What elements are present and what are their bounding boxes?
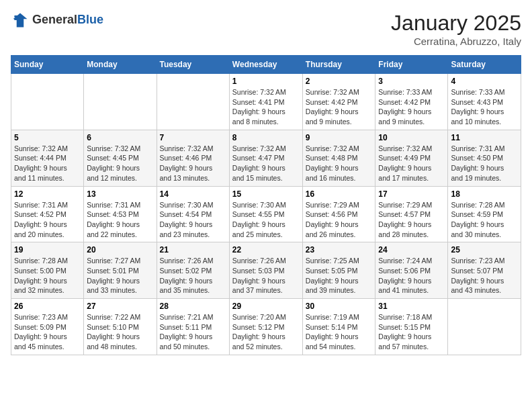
day-detail: Sunrise: 7:28 AM Sunset: 5:00 PM Dayligh…	[14, 256, 81, 295]
day-number: 29	[232, 302, 300, 311]
calendar-cell: 26Sunrise: 7:23 AM Sunset: 5:09 PM Dayli…	[11, 299, 84, 355]
day-number: 11	[451, 133, 518, 142]
svg-rect-3	[14, 18, 20, 20]
day-number: 15	[232, 189, 300, 199]
day-number: 6	[87, 133, 153, 142]
calendar-cell: 22Sunrise: 7:26 AM Sunset: 5:03 PM Dayli…	[229, 242, 302, 299]
day-number: 14	[160, 189, 226, 199]
day-detail: Sunrise: 7:22 AM Sunset: 5:10 PM Dayligh…	[87, 312, 153, 352]
weekday-header-saturday: Saturday	[448, 56, 521, 74]
day-number: 12	[14, 189, 81, 199]
day-number: 23	[306, 245, 373, 255]
calendar-cell: 19Sunrise: 7:28 AM Sunset: 5:00 PM Dayli…	[11, 242, 84, 299]
day-detail: Sunrise: 7:18 AM Sunset: 5:15 PM Dayligh…	[378, 312, 445, 352]
day-detail: Sunrise: 7:31 AM Sunset: 4:50 PM Dayligh…	[451, 144, 518, 183]
day-detail: Sunrise: 7:31 AM Sunset: 4:52 PM Dayligh…	[14, 200, 81, 240]
day-detail: Sunrise: 7:24 AM Sunset: 5:06 PM Dayligh…	[378, 256, 445, 295]
logo-text: GeneralBlue	[32, 13, 103, 27]
day-detail: Sunrise: 7:32 AM Sunset: 4:49 PM Dayligh…	[378, 144, 445, 183]
calendar-body: 1Sunrise: 7:32 AM Sunset: 4:41 PM Daylig…	[11, 74, 521, 355]
day-number: 3	[378, 77, 445, 86]
day-number: 10	[378, 133, 445, 142]
calendar-cell: 28Sunrise: 7:21 AM Sunset: 5:11 PM Dayli…	[157, 299, 229, 355]
day-detail: Sunrise: 7:33 AM Sunset: 4:43 PM Dayligh…	[451, 87, 518, 127]
day-detail: Sunrise: 7:32 AM Sunset: 4:45 PM Dayligh…	[87, 144, 153, 183]
calendar-cell: 1Sunrise: 7:32 AM Sunset: 4:41 PM Daylig…	[229, 74, 302, 130]
title-block: January 2025 Cerratina, Abruzzo, Italy	[391, 11, 521, 47]
weekday-header-wednesday: Wednesday	[229, 56, 302, 74]
weekday-header-row: SundayMondayTuesdayWednesdayThursdayFrid…	[11, 56, 521, 74]
day-detail: Sunrise: 7:26 AM Sunset: 5:02 PM Dayligh…	[160, 256, 226, 295]
day-detail: Sunrise: 7:27 AM Sunset: 5:01 PM Dayligh…	[87, 256, 153, 295]
day-detail: Sunrise: 7:23 AM Sunset: 5:07 PM Dayligh…	[451, 256, 518, 295]
page-header: GeneralBlue January 2025 Cerratina, Abru…	[11, 11, 521, 47]
calendar-cell: 14Sunrise: 7:30 AM Sunset: 4:54 PM Dayli…	[157, 186, 229, 242]
calendar-cell	[84, 74, 157, 130]
calendar-cell	[11, 74, 84, 130]
day-number: 7	[160, 133, 226, 142]
calendar-cell: 11Sunrise: 7:31 AM Sunset: 4:50 PM Dayli…	[448, 130, 521, 186]
day-detail: Sunrise: 7:25 AM Sunset: 5:05 PM Dayligh…	[306, 256, 373, 295]
calendar-cell	[157, 74, 229, 130]
day-detail: Sunrise: 7:30 AM Sunset: 4:55 PM Dayligh…	[232, 200, 300, 240]
day-detail: Sunrise: 7:32 AM Sunset: 4:48 PM Dayligh…	[306, 144, 373, 183]
calendar-cell: 9Sunrise: 7:32 AM Sunset: 4:48 PM Daylig…	[302, 130, 375, 186]
calendar-cell: 17Sunrise: 7:29 AM Sunset: 4:57 PM Dayli…	[375, 186, 448, 242]
calendar-cell: 13Sunrise: 7:31 AM Sunset: 4:53 PM Dayli…	[84, 186, 157, 242]
location: Cerratina, Abruzzo, Italy	[391, 36, 521, 47]
calendar-cell: 12Sunrise: 7:31 AM Sunset: 4:52 PM Dayli…	[11, 186, 84, 242]
calendar-cell: 2Sunrise: 7:32 AM Sunset: 4:42 PM Daylig…	[302, 74, 375, 130]
day-detail: Sunrise: 7:29 AM Sunset: 4:57 PM Dayligh…	[378, 200, 445, 240]
calendar-cell: 25Sunrise: 7:23 AM Sunset: 5:07 PM Dayli…	[448, 242, 521, 299]
calendar-cell: 3Sunrise: 7:33 AM Sunset: 4:42 PM Daylig…	[375, 74, 448, 130]
day-number: 24	[378, 245, 445, 255]
logo-general: General	[32, 13, 77, 26]
day-number: 25	[451, 245, 518, 255]
day-number: 18	[451, 189, 518, 199]
day-number: 31	[378, 302, 445, 311]
logo: GeneralBlue	[11, 11, 103, 30]
calendar-cell: 15Sunrise: 7:30 AM Sunset: 4:55 PM Dayli…	[229, 186, 302, 242]
svg-rect-2	[14, 15, 22, 17]
day-number: 9	[306, 133, 373, 142]
calendar-header: SundayMondayTuesdayWednesdayThursdayFrid…	[11, 56, 521, 74]
calendar-cell: 27Sunrise: 7:22 AM Sunset: 5:10 PM Dayli…	[84, 299, 157, 355]
day-number: 13	[87, 189, 153, 199]
calendar-cell	[448, 299, 521, 355]
day-number: 8	[232, 133, 300, 142]
day-number: 4	[451, 77, 518, 86]
calendar-cell: 29Sunrise: 7:20 AM Sunset: 5:12 PM Dayli…	[229, 299, 302, 355]
day-detail: Sunrise: 7:32 AM Sunset: 4:44 PM Dayligh…	[14, 144, 81, 183]
calendar-cell: 24Sunrise: 7:24 AM Sunset: 5:06 PM Dayli…	[375, 242, 448, 299]
day-detail: Sunrise: 7:32 AM Sunset: 4:42 PM Dayligh…	[306, 87, 373, 127]
calendar-cell: 10Sunrise: 7:32 AM Sunset: 4:49 PM Dayli…	[375, 130, 448, 186]
day-number: 19	[14, 245, 81, 255]
calendar-week-4: 19Sunrise: 7:28 AM Sunset: 5:00 PM Dayli…	[11, 242, 521, 299]
day-number: 2	[306, 77, 373, 86]
calendar-cell: 23Sunrise: 7:25 AM Sunset: 5:05 PM Dayli…	[302, 242, 375, 299]
day-number: 30	[306, 302, 373, 311]
day-number: 20	[87, 245, 153, 255]
calendar-cell: 20Sunrise: 7:27 AM Sunset: 5:01 PM Dayli…	[84, 242, 157, 299]
weekday-header-monday: Monday	[84, 56, 157, 74]
calendar-week-5: 26Sunrise: 7:23 AM Sunset: 5:09 PM Dayli…	[11, 299, 521, 355]
calendar-cell: 8Sunrise: 7:32 AM Sunset: 4:47 PM Daylig…	[229, 130, 302, 186]
weekday-header-friday: Friday	[375, 56, 448, 74]
day-detail: Sunrise: 7:20 AM Sunset: 5:12 PM Dayligh…	[232, 312, 300, 352]
logo-icon	[11, 11, 30, 30]
calendar-week-2: 5Sunrise: 7:32 AM Sunset: 4:44 PM Daylig…	[11, 130, 521, 186]
day-number: 28	[160, 302, 226, 311]
calendar-cell: 5Sunrise: 7:32 AM Sunset: 4:44 PM Daylig…	[11, 130, 84, 186]
day-detail: Sunrise: 7:30 AM Sunset: 4:54 PM Dayligh…	[160, 200, 226, 240]
calendar-cell: 21Sunrise: 7:26 AM Sunset: 5:02 PM Dayli…	[157, 242, 229, 299]
day-detail: Sunrise: 7:29 AM Sunset: 4:56 PM Dayligh…	[306, 200, 373, 240]
day-number: 17	[378, 189, 445, 199]
day-number: 21	[160, 245, 226, 255]
calendar-cell: 6Sunrise: 7:32 AM Sunset: 4:45 PM Daylig…	[84, 130, 157, 186]
logo-blue: Blue	[77, 13, 103, 26]
weekday-header-thursday: Thursday	[302, 56, 375, 74]
day-detail: Sunrise: 7:26 AM Sunset: 5:03 PM Dayligh…	[232, 256, 300, 295]
calendar-week-1: 1Sunrise: 7:32 AM Sunset: 4:41 PM Daylig…	[11, 74, 521, 130]
day-detail: Sunrise: 7:31 AM Sunset: 4:53 PM Dayligh…	[87, 200, 153, 240]
day-detail: Sunrise: 7:32 AM Sunset: 4:46 PM Dayligh…	[160, 144, 226, 183]
